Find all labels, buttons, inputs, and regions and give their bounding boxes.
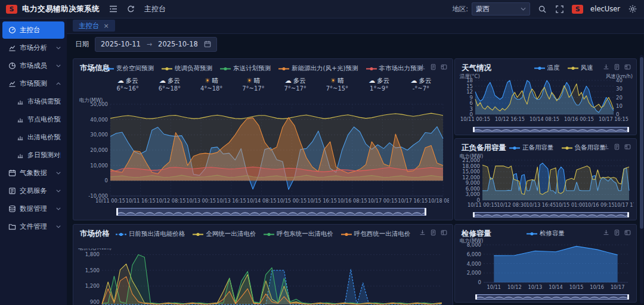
svg-text:10,000: 10,000: [90, 163, 108, 169]
tab-bar: 主控台 ×: [67, 18, 644, 34]
datazoom-slider[interactable]: [475, 294, 629, 300]
date-end-value[interactable]: 2025-10-18: [158, 40, 198, 48]
legend-item[interactable]: 统调负荷预测: [162, 64, 212, 73]
weather-desc: 多云: [377, 77, 389, 84]
legend-item[interactable]: 日前预出清电能价格: [116, 230, 185, 238]
tab-close-icon[interactable]: ×: [104, 22, 109, 30]
date-start-value[interactable]: 2025-10-11: [101, 40, 141, 48]
bar-icon-icon: [17, 98, 24, 105]
sidebar-item-0[interactable]: 主控台: [2, 21, 64, 39]
document-icon[interactable]: [614, 64, 620, 70]
card-icon[interactable]: [441, 229, 447, 236]
weather-desc: 多云: [293, 77, 306, 84]
sidebar-item-4[interactable]: 气象数据: [2, 164, 64, 182]
region-select[interactable]: 蒙西: [472, 2, 530, 15]
panel-weather: 天气情况 温度风速 036912151801020304010/11 00:15…: [454, 58, 637, 135]
chart-canvas[interactable]: -10,000010,00020,00030,00040,00050,00010…: [77, 96, 449, 206]
chart-canvas[interactable]: 9001,2001,5001,800电价(元/MWh): [76, 248, 448, 305]
download-icon[interactable]: [603, 64, 609, 70]
svg-text:0: 0: [478, 279, 481, 285]
fullscreen-icon[interactable]: [556, 5, 564, 13]
document-icon[interactable]: [614, 229, 620, 236]
svg-text:20,000: 20,000: [90, 147, 108, 153]
chart-legend: 竞价空间预测统调负荷预测东送计划预测新能源出力(风+光)预测非市场出力预测: [73, 64, 453, 73]
panel-market-info: 市场信息 竞价空间预测统调负荷预测东送计划预测新能源出力(风+光)预测非市场出力…: [73, 58, 453, 220]
menu-fold-icon[interactable]: [109, 5, 117, 13]
svg-text:10/11 16:15: 10/11 16:15: [126, 198, 156, 204]
sidebar-item-label: 市场预测: [20, 79, 56, 88]
weather-day: ☀晴4°~18°: [191, 77, 233, 95]
document-icon[interactable]: [430, 229, 436, 236]
svg-text:0: 0: [105, 178, 108, 183]
sidebar-item-2[interactable]: 市场成员: [2, 57, 64, 74]
sidebar-item-1[interactable]: 市场分析: [2, 39, 64, 57]
legend-item[interactable]: 检修容量: [527, 229, 565, 238]
datazoom-slider[interactable]: [116, 208, 426, 216]
svg-text:10/15 16:15: 10/15 16:15: [307, 198, 337, 204]
sidebar-subitem-label: 多日预测对比: [27, 151, 61, 160]
legend-item[interactable]: 风速: [568, 64, 593, 72]
sidebar-item-6[interactable]: 数据管理: [2, 200, 64, 217]
svg-text:10/11 00:15: 10/11 00:15: [460, 116, 490, 122]
download-icon[interactable]: [603, 229, 609, 236]
username[interactable]: elecUser: [590, 5, 620, 13]
svg-text:6,000: 6,000: [466, 186, 480, 192]
card-icon[interactable]: [624, 144, 631, 150]
legend-item[interactable]: 竞价空间预测: [103, 64, 154, 73]
sidebar-subitem-3-2[interactable]: 出清电价预测: [2, 129, 64, 146]
legend-label: 风速: [581, 64, 593, 72]
document-icon[interactable]: [614, 144, 620, 150]
sidebar-item-5[interactable]: 交易服务: [2, 182, 64, 200]
svg-text:10/12 16:15: 10/12 16:15: [495, 116, 525, 122]
weather-day: ☁多云-°~7°: [400, 77, 442, 95]
svg-text:10/11 00:15: 10/11 00:15: [467, 202, 497, 208]
legend-item[interactable]: 温度: [534, 64, 560, 72]
download-icon[interactable]: [419, 229, 426, 236]
card-icon[interactable]: [624, 229, 631, 236]
datazoom-slider[interactable]: [473, 127, 629, 132]
refresh-icon[interactable]: [127, 5, 135, 13]
legend-item[interactable]: 呼包东统一出清电价: [264, 230, 333, 238]
svg-text:1,800: 1,800: [85, 251, 100, 257]
document-icon[interactable]: [430, 64, 436, 70]
bar-icon-icon: [17, 134, 24, 141]
search-icon[interactable]: [538, 5, 546, 13]
weather-desc: 晴: [338, 77, 345, 84]
chart-canvas[interactable]: 036912151801020304010/11 00:1510/12 16:1…: [457, 72, 634, 123]
card-icon[interactable]: [441, 64, 447, 70]
svg-text:10/14 08:15: 10/14 08:15: [530, 116, 559, 122]
gauge-icon-icon: [8, 26, 16, 34]
chart-canvas[interactable]: 02,0004,0006,0008,00010/1110/1210/1310/1…: [457, 238, 634, 290]
breadcrumb[interactable]: 主控台: [144, 4, 166, 14]
sidebar-item-7[interactable]: 文件管理: [2, 218, 64, 235]
vertical-scrollbar-thumb[interactable]: [640, 57, 643, 229]
chevron-down-icon: [56, 207, 61, 210]
legend-item[interactable]: 东送计划预测: [220, 64, 271, 73]
weather-temp-range: 7°~17°: [274, 85, 316, 92]
sidebar-subitem-3-0[interactable]: 市场供需预测: [2, 93, 64, 110]
legend-item[interactable]: 全网统一出清电价: [193, 230, 256, 238]
chart-canvas[interactable]: 03,0006,0009,00012,00015,00018,00021,000…: [457, 153, 634, 208]
svg-text:12,000: 12,000: [462, 175, 480, 180]
region-select-value: 蒙西: [476, 5, 490, 14]
download-icon[interactable]: [419, 64, 426, 70]
legend-item[interactable]: 非市场出力预测: [366, 64, 423, 73]
svg-text:9,000: 9,000: [466, 180, 480, 186]
card-icon[interactable]: [624, 64, 631, 70]
legend-item[interactable]: 正备用容量: [509, 144, 554, 152]
svg-text:1,500: 1,500: [85, 267, 100, 273]
folder-icon-icon: [8, 223, 16, 231]
legend-item[interactable]: 呼包西统一出清电价: [341, 230, 411, 238]
legend-item[interactable]: 负备用容量: [562, 144, 606, 152]
chevron-down-icon: [56, 189, 61, 192]
settings-gear-icon[interactable]: [628, 5, 637, 13]
sidebar-item-3[interactable]: 市场预测: [2, 75, 64, 92]
date-range-picker[interactable]: 2025-10-11 → 2025-10-18: [95, 37, 217, 52]
download-icon[interactable]: [603, 144, 609, 150]
tab-console[interactable]: 主控台 ×: [73, 20, 115, 32]
legend-item[interactable]: 新能源出力(风+光)预测: [278, 64, 358, 73]
sidebar-subitem-3-3[interactable]: 多日预测对比: [2, 147, 64, 164]
sidebar-subitem-3-1[interactable]: 节点电价预测: [2, 111, 64, 128]
datazoom-slider[interactable]: [473, 212, 629, 217]
chart-legend: 日前预出清电能价格全网统一出清电价呼包东统一出清电价呼包西统一出清电价: [73, 230, 453, 238]
